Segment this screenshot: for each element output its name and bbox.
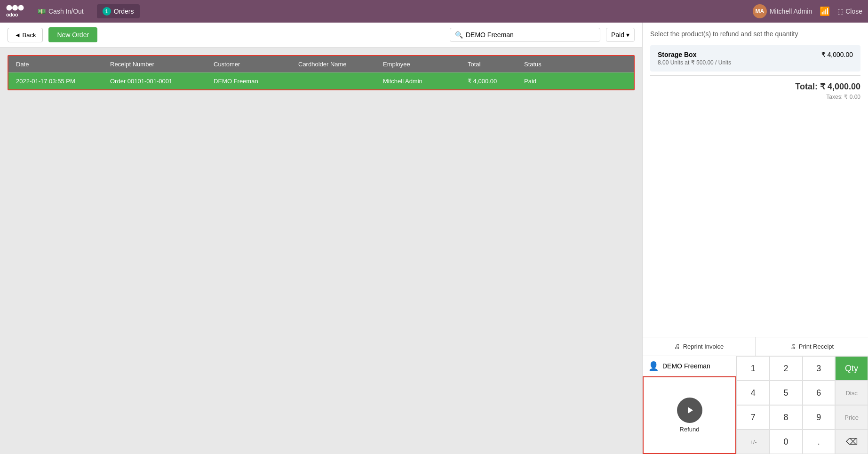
svg-point-1 [12,5,18,11]
numpad-5[interactable]: 5 [770,381,803,405]
taxes-text: Taxes: ₹ 0.00 [650,94,860,100]
row-status: Paid [524,78,571,85]
numpad-dot[interactable]: . [803,430,836,454]
wifi-icon: 📶 [820,6,830,16]
total-amount: Total: ₹ 4,000.00 [650,81,860,92]
close-button[interactable]: ⬚ Close [837,8,862,15]
row-employee: Mitchell Admin [383,78,468,85]
numpad-qty[interactable]: Qty [835,356,868,381]
printer-icon: 🖨 [790,343,796,350]
col-cardholder: Cardholder Name [298,61,383,68]
row-receipt: Order 00101-001-0001 [110,78,214,85]
refund-label: Refund [680,426,700,433]
svg-text:odoo: odoo [6,12,18,17]
numpad-2[interactable]: 2 [770,356,803,381]
close-icon: ⬚ [837,8,844,15]
row-total: ₹ 4,000.00 [468,78,524,85]
numpad-grid: 1 2 3 Qty 4 5 6 Disc 7 8 9 Price +/- 0 [737,356,868,454]
main-layout: ◄ Back New Order 🔍 Paid ▾ Date Receipt N… [0,23,868,454]
customer-row: 👤 DEMO Freeman [643,356,736,376]
col-date: Date [16,61,110,68]
numpad-4[interactable]: 4 [737,381,770,405]
refund-details: Select the product(s) to refund and set … [643,23,868,337]
new-order-button[interactable]: New Order [48,27,97,42]
table-header: Date Receipt Number Customer Cardholder … [8,56,634,72]
left-panel: ◄ Back New Order 🔍 Paid ▾ Date Receipt N… [0,23,642,454]
invoice-buttons: 🖨 Reprint Invoice 🖨 Print Receipt [643,337,868,356]
back-button[interactable]: ◄ Back [8,28,43,42]
numpad-disc[interactable]: Disc [835,381,868,405]
print-receipt-button[interactable]: 🖨 Print Receipt [756,337,868,356]
reprint-invoice-button[interactable]: 🖨 Reprint Invoice [643,337,756,356]
product-name: Storage Box [658,51,731,58]
orders-badge: 1 [103,7,111,16]
avatar: MA [753,4,767,18]
search-icon: 🔍 [455,31,463,39]
table-row[interactable]: 2022-01-17 03:55 PM Order 00101-001-0001… [8,72,634,89]
nav-cash-label: Cash In/Out [48,8,84,15]
toolbar: ◄ Back New Order 🔍 Paid ▾ [0,23,642,48]
refund-circle [677,398,702,423]
numpad-plusminus[interactable]: +/- [737,430,770,454]
nav-username: Mitchell Admin [770,8,812,15]
numpad-price[interactable]: Price [835,405,868,430]
right-panel: Select the product(s) to refund and set … [642,23,868,454]
numpad-0[interactable]: 0 [770,430,803,454]
search-wrapper: 🔍 [450,28,600,42]
close-label: Close [845,8,862,15]
search-input[interactable] [466,31,595,39]
col-total: Total [468,61,524,68]
total-value: ₹ 4,000.00 [820,82,860,91]
invoice-icon: 🖨 [674,343,680,350]
odoo-logo: odoo [6,4,24,18]
col-employee: Employee [383,61,468,68]
chevron-down-icon: ▾ [626,31,629,39]
customer-name-display: DEMO Freeman [662,362,710,370]
numpad-9[interactable]: 9 [803,405,836,430]
status-filter-dropdown[interactable]: Paid ▾ [606,28,635,42]
numpad-1[interactable]: 1 [737,356,770,381]
total-section: Total: ₹ 4,000.00 Taxes: ₹ 0.00 [650,75,860,106]
nav-right-section: MA Mitchell Admin 📶 ⬚ Close [753,4,862,18]
orders-table: Date Receipt Number Customer Cardholder … [8,55,635,90]
numpad-3[interactable]: 3 [803,356,836,381]
svg-point-2 [18,5,24,11]
row-date: 2022-01-17 03:55 PM [16,78,110,85]
refund-button[interactable]: Refund [643,376,736,454]
total-label: Total: [795,82,818,91]
product-line: Storage Box 8.00 Units at ₹ 500.00 / Uni… [650,45,860,72]
nav-orders[interactable]: 1 Orders [97,4,140,18]
row-cardholder [298,78,383,85]
numpad-backspace[interactable]: ⌫ [835,430,868,454]
customer-icon: 👤 [648,361,659,371]
nav-cash-inout[interactable]: 💵 Cash In/Out [32,5,89,18]
numpad-7[interactable]: 7 [737,405,770,430]
numpad-right: 1 2 3 Qty 4 5 6 Disc 7 8 9 Price +/- 0 [737,356,868,454]
cash-icon: 💵 [38,8,46,15]
top-navigation: odoo 💵 Cash In/Out 1 Orders MA Mitchell … [0,0,868,23]
reprint-invoice-label: Reprint Invoice [683,343,724,350]
print-receipt-label: Print Receipt [799,343,834,350]
right-bottom: 🖨 Reprint Invoice 🖨 Print Receipt 👤 DEMO… [643,337,868,454]
col-customer: Customer [214,61,298,68]
status-filter-label: Paid [611,31,624,39]
product-info: Storage Box 8.00 Units at ₹ 500.00 / Uni… [658,51,731,66]
nav-orders-label: Orders [114,8,134,15]
product-detail: 8.00 Units at ₹ 500.00 / Units [658,59,731,66]
product-price: ₹ 4,000.00 [821,51,853,58]
row-customer: DEMO Freeman [214,78,298,85]
nav-user[interactable]: MA Mitchell Admin [753,4,812,18]
col-receipt: Receipt Number [110,61,214,68]
numpad-6[interactable]: 6 [803,381,836,405]
col-status: Status [524,61,571,68]
refund-instruction: Select the product(s) to refund and set … [650,30,860,38]
numpad-left: 👤 DEMO Freeman Refund [643,356,737,454]
svg-point-0 [7,5,12,11]
numpad-area: 👤 DEMO Freeman Refund 1 [643,356,868,454]
numpad-8[interactable]: 8 [770,405,803,430]
